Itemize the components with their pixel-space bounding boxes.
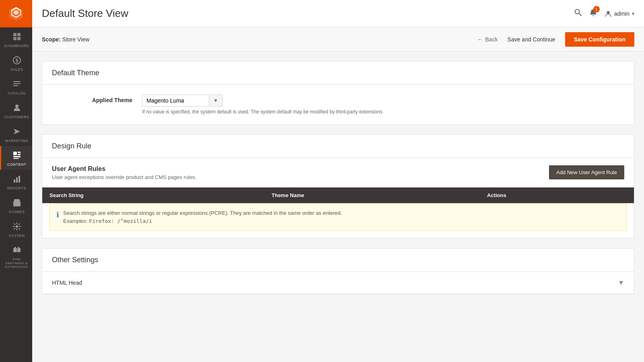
svg-rect-2 <box>13 37 17 40</box>
sidebar-item-dashboard-label: DASHBOARD <box>4 44 29 48</box>
sidebar-item-catalog-label: CATALOG <box>8 91 26 95</box>
sales-icon: $ <box>12 56 21 66</box>
scope-value: Store View <box>62 36 89 43</box>
design-rule-title: Design Rule <box>52 142 624 150</box>
svg-rect-16 <box>14 179 15 183</box>
table-header-row: Search String Theme Name Actions <box>42 187 634 203</box>
svg-rect-17 <box>16 177 18 183</box>
sidebar-item-reports-label: REPORTS <box>7 186 26 190</box>
user-agent-section: User Agent Rules User agent exceptions o… <box>42 158 634 231</box>
info-examples-label: Examples: <box>63 218 89 224</box>
sidebar-item-reports[interactable]: REPORTS <box>0 170 32 193</box>
applied-theme-label: Applied Theme <box>52 95 132 103</box>
sidebar-item-catalog[interactable]: CATALOG <box>0 75 32 99</box>
sidebar-item-system-label: SYSTEM <box>8 234 25 238</box>
content-icon <box>12 151 21 161</box>
topbar-actions: 1 admin ▾ <box>574 8 634 19</box>
default-theme-section: Default Theme Applied Theme Magento Luma… <box>42 61 634 125</box>
scope-text: Scope: Store View <box>42 36 89 43</box>
svg-rect-3 <box>17 37 21 40</box>
svg-point-28 <box>607 11 609 14</box>
marketing-icon <box>12 127 21 137</box>
page-title: Default Store View <box>42 7 128 20</box>
scope-bar: Scope: Store View ← Back Save and Contin… <box>32 27 644 51</box>
html-head-label: HTML Head <box>52 280 82 286</box>
info-example-value: Firefox: /^mozilla/i <box>89 218 152 224</box>
info-notice-text: Search strings are either normal strings… <box>63 209 342 225</box>
sidebar-item-content[interactable]: CONTENT <box>0 146 32 170</box>
ua-title-block: User Agent Rules User agent exceptions o… <box>52 165 196 180</box>
customers-icon <box>12 103 21 113</box>
svg-rect-23 <box>17 248 21 252</box>
html-head-expand-icon: ▼ <box>618 279 624 286</box>
ua-title: User Agent Rules <box>52 165 196 173</box>
save-configuration-button[interactable]: Save Configuration <box>565 32 634 47</box>
main-content: Default Store View 1 adm <box>32 0 644 362</box>
save-continue-button[interactable]: Save and Continue <box>508 36 555 43</box>
info-main-text: Search strings are either normal strings… <box>63 210 342 216</box>
other-settings-header[interactable]: Other Settings <box>42 249 634 272</box>
sidebar: DASHBOARD $ SALES CATALOG CUSTOME <box>0 0 32 362</box>
applied-theme-row: Applied Theme Magento Luma ▼ If no value… <box>42 85 634 124</box>
ua-description: User agent exceptions override product a… <box>52 174 196 180</box>
default-theme-title: Default Theme <box>52 69 624 77</box>
svg-rect-18 <box>19 176 20 183</box>
sidebar-item-customers-label: CUSTOMERS <box>4 115 29 119</box>
svg-marker-10 <box>14 129 20 134</box>
sidebar-item-marketing[interactable]: MARKETING <box>0 122 32 146</box>
sidebar-item-stores[interactable]: STORES <box>0 193 32 217</box>
svg-rect-0 <box>13 33 17 36</box>
sidebar-item-find-partners[interactable]: FIND PARTNERS & EXTENSIONS <box>0 241 32 272</box>
svg-rect-24 <box>14 247 16 248</box>
html-head-row[interactable]: HTML Head ▼ <box>42 272 634 294</box>
col-search-string: Search String <box>42 187 264 203</box>
theme-select[interactable]: Magento Luma <box>142 95 209 106</box>
sidebar-item-system[interactable]: SYSTEM <box>0 217 32 241</box>
sidebar-item-sales[interactable]: $ SALES <box>0 51 32 75</box>
content-area: Scope: Store View ← Back Save and Contin… <box>32 27 644 362</box>
col-actions: Actions <box>480 187 634 203</box>
svg-point-9 <box>15 105 19 108</box>
scope-label: Scope: <box>42 36 61 43</box>
sidebar-item-dashboard[interactable]: DASHBOARD <box>0 27 32 51</box>
topbar: Default Store View 1 adm <box>32 0 644 27</box>
theme-select-arrow-icon[interactable]: ▼ <box>209 95 222 106</box>
info-notice: ℹ Search strings are either normal strin… <box>50 203 627 231</box>
add-user-agent-rule-button[interactable]: Add New User Agent Rule <box>549 165 624 179</box>
theme-hint: If no value is specified, the system def… <box>142 109 624 115</box>
back-label: Back <box>485 36 497 43</box>
svg-rect-6 <box>13 81 21 82</box>
ua-header: User Agent Rules User agent exceptions o… <box>42 158 634 180</box>
scope-actions: ← Back Save and Continue Save Configurat… <box>477 32 634 47</box>
table-head: Search String Theme Name Actions <box>42 187 634 203</box>
svg-rect-20 <box>16 204 18 206</box>
notification-count: 1 <box>593 6 600 12</box>
svg-point-21 <box>16 225 18 228</box>
col-theme-name: Theme Name <box>264 187 480 203</box>
notification-button[interactable]: 1 <box>589 8 597 19</box>
page-body: Default Theme Applied Theme Magento Luma… <box>32 51 644 304</box>
logo[interactable] <box>0 0 32 27</box>
admin-dropdown-icon: ▾ <box>632 11 634 16</box>
svg-text:$: $ <box>15 58 18 64</box>
svg-rect-25 <box>18 247 19 248</box>
user-agent-rules-table: Search String Theme Name Actions <box>42 187 634 203</box>
default-theme-header: Default Theme <box>42 62 634 85</box>
back-button[interactable]: ← Back <box>477 36 497 43</box>
other-settings-section: Other Settings HTML Head ▼ <box>42 248 634 294</box>
design-rule-header: Design Rule <box>42 135 634 158</box>
admin-user-menu[interactable]: admin ▾ <box>605 10 634 17</box>
svg-rect-15 <box>13 158 19 159</box>
svg-line-27 <box>579 14 581 16</box>
catalog-icon <box>12 80 21 90</box>
sidebar-item-content-label: CONTENT <box>7 162 26 167</box>
sidebar-item-sales-label: SALES <box>10 68 23 72</box>
svg-rect-1 <box>17 33 21 36</box>
dashboard-icon <box>12 32 21 42</box>
search-button[interactable] <box>574 8 582 19</box>
svg-rect-7 <box>13 83 21 84</box>
sidebar-item-customers[interactable]: CUSTOMERS <box>0 99 32 122</box>
sidebar-item-find-partners-label: FIND PARTNERS & EXTENSIONS <box>3 257 30 269</box>
info-icon: ℹ <box>56 210 59 220</box>
applied-theme-field: Magento Luma ▼ If no value is specified,… <box>142 95 624 115</box>
